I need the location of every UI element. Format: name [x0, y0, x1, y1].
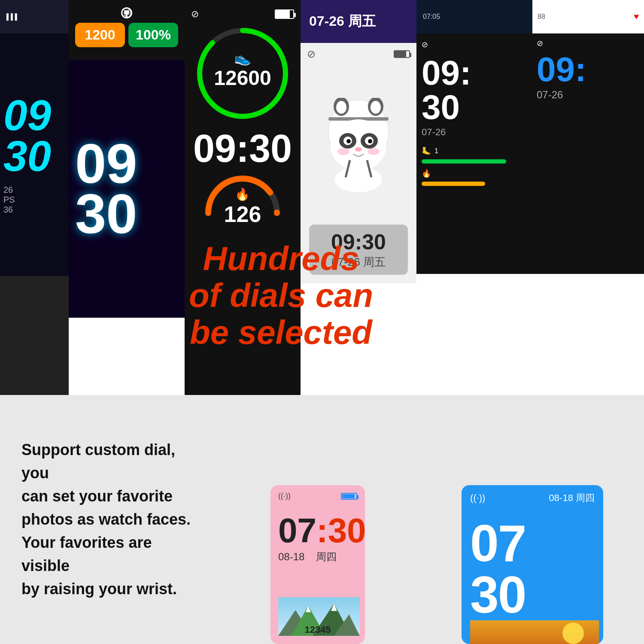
blue-date-top: 08-18 周四 — [549, 492, 595, 504]
svg-point-7 — [336, 101, 346, 114]
top-icon-5b: 88 — [538, 13, 545, 21]
panda-watch-top-bar: ⊘ — [301, 43, 416, 65]
pink-time-row: 07 : 30 — [278, 513, 357, 548]
heart-val-5b: ♥ — [634, 12, 639, 21]
panda-battery-cap — [410, 53, 411, 57]
svg-point-15 — [346, 139, 351, 143]
svg-point-33 — [562, 623, 584, 644]
time-5b-hour: 09: — [537, 52, 640, 87]
watch-5a-main: ⊘ 09: 30 07-26 🦶 1 🔥 — [416, 33, 532, 274]
heading-line1: Hundreds — [189, 240, 373, 277]
heading-line2: of dials can — [189, 277, 373, 314]
date-5a: 07-26 — [422, 127, 527, 138]
blue-watch-display: ((·)) 08-18 周四 07 30 — [462, 485, 603, 644]
calorie-display: 🔥 126 — [224, 187, 261, 227]
watch-5b-main: ⊘ 09: 07-26 — [532, 33, 644, 274]
svg-point-8 — [371, 101, 381, 114]
no-entry-icon: ⊘ — [191, 9, 199, 20]
blue-min: 30 — [470, 569, 595, 620]
watch-face-1a: ▐▐▐ — [0, 0, 69, 33]
blue-time-display: 07 30 — [470, 517, 595, 620]
desert-svg — [470, 620, 599, 644]
pink-signal-icon: ((·)) — [278, 492, 291, 501]
pink-hour: 07 — [278, 513, 316, 548]
svg-point-19 — [368, 148, 380, 155]
blue-landscape — [470, 620, 595, 644]
pink-watch-area: ((·)) 07 : 30 0 — [215, 395, 421, 644]
pink-battery-bar — [341, 493, 357, 500]
pink-steps: 12345 — [304, 624, 331, 635]
watch-5b-top: 88 ♥ — [532, 0, 644, 33]
pink-watch-content: ((·)) 07 : 30 0 — [270, 485, 365, 644]
pink-watch-header: ((·)) — [278, 492, 357, 501]
pink-date-row: 08-18 周四 — [278, 550, 357, 564]
time-5a-min: 30 — [422, 90, 527, 125]
time-5a-hour: 09: — [422, 56, 527, 90]
steps-icon-5a: 🦶 — [422, 146, 431, 156]
pink-battery — [341, 493, 357, 500]
battery-area — [275, 9, 294, 20]
calorie-bar — [422, 182, 485, 186]
steps-tile: 1200 — [75, 23, 125, 47]
battery-outline — [275, 9, 294, 19]
watch-face-2a: 1200 100% — [69, 0, 185, 60]
panda-svg — [316, 98, 401, 192]
step-count-display: 12600 — [214, 58, 271, 90]
dials-heading: Hundreds of dials can be selected — [180, 232, 382, 359]
step-ring-container: 👟 12600 — [195, 26, 290, 121]
watch-stats: 26 PS 36 — [3, 185, 65, 215]
svg-point-10 — [331, 119, 386, 171]
pink-landscape: 12345 — [278, 597, 357, 638]
flame-icon-5a: 🔥 — [422, 169, 431, 178]
pink-day: 周四 — [316, 551, 337, 562]
battery-bars-icon: ▐▐▐ — [4, 13, 17, 20]
support-line3: photos as watch faces. — [21, 510, 191, 528]
step-watch-time: 09:30 — [193, 129, 292, 168]
pink-date: 08-18 — [278, 551, 304, 562]
blue-hour: 07 — [470, 517, 595, 569]
support-text-area: Support custom dial, you can set your fa… — [0, 395, 215, 644]
support-line1: Support custom dial, you — [21, 441, 175, 482]
panda-battery-fill — [395, 51, 406, 57]
date-5b: 07-26 — [537, 89, 640, 101]
svg-point-17 — [355, 147, 362, 152]
pink-watch-display: ((·)) 07 : 30 0 — [270, 485, 365, 644]
svg-point-20 — [335, 167, 382, 192]
watch-face-1c — [0, 276, 69, 395]
pink-colon: : — [316, 513, 328, 548]
blue-signal-icon: ((·)) — [470, 492, 485, 504]
watch-time-hour: 09 — [3, 95, 65, 136]
watch-col-5: 07:05 ⊘ 09: 30 07-26 🦶 1 🔥 — [416, 0, 644, 395]
support-line4: Your favorites are visible — [21, 534, 152, 574]
stat-row-cal: 🔥 — [422, 169, 527, 178]
no-sign-5b: ⊘ — [537, 39, 640, 48]
top-date-display: 07-26 周五 — [309, 12, 408, 31]
svg-point-16 — [368, 139, 372, 143]
pink-batt-cap — [357, 495, 358, 499]
heart-icon-5b: ♥ — [634, 12, 639, 21]
watch-face-2b: 09 30 — [69, 60, 185, 318]
no-entry-5a: ⊘ — [422, 40, 527, 49]
watch-col-5b: 88 ♥ ⊘ 09: 07-26 — [532, 0, 644, 395]
no-sign-icon: ⊘ — [307, 48, 316, 60]
watch-time-min: 30 — [3, 136, 65, 176]
panda-illustration — [316, 65, 401, 225]
blue-watch-area: ((·)) 08-18 周四 07 30 — [421, 395, 644, 644]
watch-col-5a: 07:05 ⊘ 09: 30 07-26 🦶 1 🔥 — [416, 0, 532, 395]
stat-tiles: 1200 100% — [75, 23, 178, 47]
battery-tile: 100% — [128, 23, 178, 47]
heading-line3: be selected — [189, 314, 373, 351]
watch-top-bar: ⊘ — [191, 9, 294, 20]
neon-time-hour: 09 — [75, 139, 178, 189]
pink-batt-fill — [342, 494, 355, 498]
stat-row-steps: 🦶 1 — [422, 146, 527, 156]
support-text: Support custom dial, you can set your fa… — [21, 438, 193, 601]
panda-battery-outline — [394, 50, 410, 58]
calorie-ring: 🔥 126 — [200, 174, 286, 217]
support-line5: by raising your wrist. — [21, 580, 177, 598]
support-line2: can set your favorite — [21, 487, 173, 505]
watch-col-1: ▐▐▐ 09 30 26 PS 36 — [0, 0, 69, 395]
watch-icon-bar — [75, 6, 178, 19]
svg-point-18 — [337, 148, 349, 155]
battery-cap — [294, 13, 296, 17]
